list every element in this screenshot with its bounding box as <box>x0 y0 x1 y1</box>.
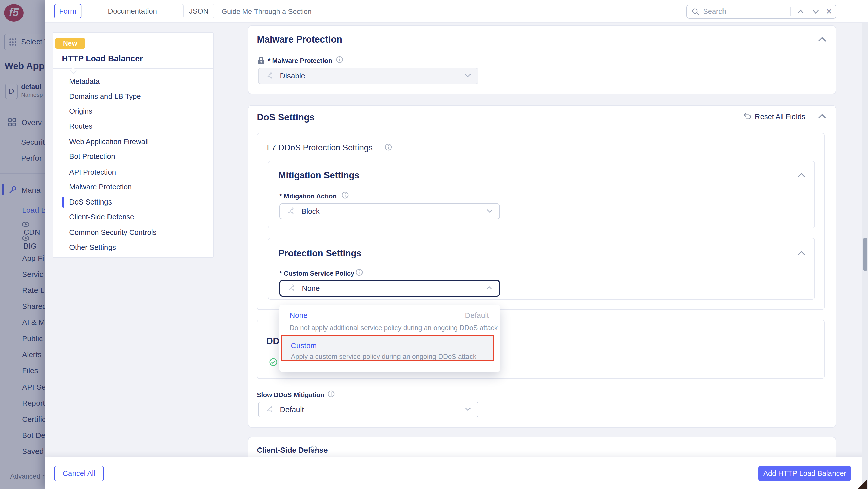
shuffle-icon <box>266 71 275 81</box>
info-icon[interactable] <box>385 143 392 152</box>
option-none-label: None <box>289 311 308 320</box>
tab-documentation[interactable]: Documentation <box>81 4 183 19</box>
nav-item-client-side-defense[interactable]: Client-Side Defense <box>69 213 134 221</box>
search-icon <box>691 8 700 17</box>
screen: f5 Select W Web App D defaul Namesp Over… <box>0 0 868 489</box>
search-prev-icon[interactable] <box>797 9 804 15</box>
chevron-down-icon <box>486 209 493 214</box>
info-icon[interactable] <box>336 56 343 64</box>
tab-form[interactable]: Form <box>54 4 81 19</box>
chevron-up-icon <box>486 286 492 291</box>
mouse-cursor <box>857 480 868 489</box>
search-box: ✕ <box>686 4 836 19</box>
shuffle-icon <box>287 206 296 216</box>
slow-ddos-select-value: Default <box>280 405 304 414</box>
guide-me-link[interactable]: Guide Me Through a Section <box>221 7 311 15</box>
success-check-icon <box>269 358 278 367</box>
nav-item-common-security[interactable]: Common Security Controls <box>69 228 157 237</box>
dropdown-option-none[interactable]: None Default Do not apply additional ser… <box>279 305 500 334</box>
dos-section-title: DoS Settings <box>257 112 315 123</box>
nav-item-metadata[interactable]: Metadata <box>69 77 100 86</box>
mitigation-title: Mitigation Settings <box>278 170 360 181</box>
protection-field-label: * Custom Service Policy <box>279 270 354 278</box>
slow-ddos-label: Slow DDoS Mitigation <box>257 391 324 399</box>
chevron-down-icon <box>465 407 471 412</box>
malware-protection-select[interactable]: Disable <box>258 68 478 84</box>
cancel-all-button[interactable]: Cancel All <box>54 466 104 481</box>
info-icon[interactable] <box>355 269 363 277</box>
reset-all-fields-button[interactable]: Reset All Fields <box>742 113 805 121</box>
nav-item-domains[interactable]: Domains and LB Type <box>69 92 141 101</box>
modal-footer <box>44 457 868 489</box>
info-icon[interactable] <box>327 390 335 399</box>
slow-ddos-select[interactable]: Default <box>258 402 478 417</box>
option-none-desc: Do not apply additional service policy d… <box>289 324 498 332</box>
malware-select-value: Disable <box>280 72 305 80</box>
chevron-down-icon <box>465 73 471 78</box>
collapse-chevron-icon[interactable] <box>797 172 806 178</box>
nav-item-api-protection[interactable]: API Protection <box>69 168 116 176</box>
option-none-tag: Default <box>465 311 489 320</box>
nav-item-bot-protection[interactable]: Bot Protection <box>69 153 115 161</box>
nav-item-other-settings[interactable]: Other Settings <box>69 243 116 252</box>
add-http-lb-button[interactable]: Add HTTP Load Balancer <box>758 466 851 481</box>
malware-field-label: * Malware Protection <box>268 57 332 65</box>
mitigation-select-value: Block <box>301 207 320 216</box>
reset-icon <box>742 116 753 120</box>
nav-item-waf[interactable]: Web Application Firewall <box>69 138 149 146</box>
option-custom-desc: Apply a custom service policy during an … <box>291 353 476 361</box>
l7-title: L7 DDoS Protection Settings <box>267 143 373 153</box>
nav-active-bar <box>62 197 64 207</box>
new-badge: New <box>55 38 85 49</box>
nav-item-origins[interactable]: Origins <box>69 107 92 116</box>
nav-item-dos-settings[interactable]: DoS Settings <box>69 198 112 206</box>
nav-item-routes[interactable]: Routes <box>69 122 92 130</box>
mitigation-action-select[interactable]: Block <box>279 203 500 219</box>
reset-label: Reset All Fields <box>755 113 805 121</box>
dropdown-option-custom[interactable]: Custom Apply a custom service policy dur… <box>281 334 494 361</box>
info-icon[interactable] <box>310 445 318 454</box>
protection-select-value: None <box>302 284 320 293</box>
lock-icon <box>257 56 265 66</box>
malware-section-title: Malware Protection <box>257 34 342 45</box>
nav-item-malware-protection[interactable]: Malware Protection <box>69 183 132 191</box>
search-close-icon[interactable]: ✕ <box>826 7 832 16</box>
shuffle-icon <box>287 283 297 293</box>
form-title: HTTP Load Balancer <box>62 54 143 63</box>
collapse-chevron-icon[interactable] <box>818 37 827 43</box>
ddos-detection-title-partial: DD <box>266 336 279 346</box>
form-nav-divider <box>53 68 214 69</box>
search-input[interactable] <box>703 6 784 17</box>
tab-json[interactable]: JSON <box>183 4 214 19</box>
modal-backdrop-dim <box>0 0 44 489</box>
mitigation-field-label: * Mitigation Action <box>279 192 337 200</box>
protection-title: Protection Settings <box>278 248 362 259</box>
search-divider <box>790 7 791 16</box>
service-policy-dropdown: None Default Do not apply additional ser… <box>279 305 500 372</box>
option-custom-label: Custom <box>291 341 317 350</box>
info-icon[interactable] <box>341 191 349 200</box>
search-next-icon[interactable] <box>812 9 819 15</box>
custom-service-policy-select[interactable]: None <box>279 280 500 297</box>
collapse-chevron-icon[interactable] <box>797 251 806 257</box>
scrollbar-thumb[interactable] <box>863 238 867 271</box>
collapse-chevron-icon[interactable] <box>818 114 827 120</box>
shuffle-icon <box>266 404 275 415</box>
